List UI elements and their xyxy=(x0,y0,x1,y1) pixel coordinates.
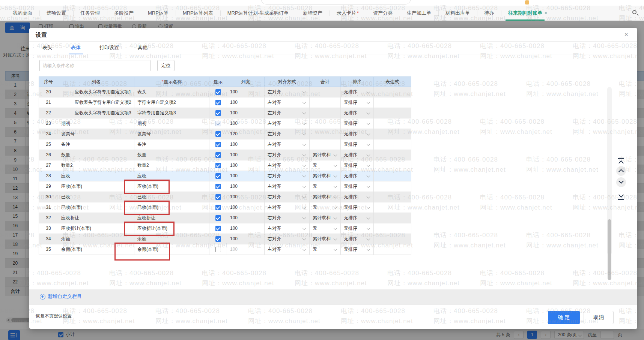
cell-width[interactable]: 100 xyxy=(227,139,265,150)
cell-expression[interactable] xyxy=(374,87,411,97)
cell-width[interactable]: 100 xyxy=(227,223,265,234)
cell-sort-select[interactable]: 无排序 xyxy=(341,118,374,129)
cell-expression[interactable] xyxy=(374,202,411,213)
cell-expression[interactable] xyxy=(374,181,411,192)
dialog-tab-3[interactable]: 其他 xyxy=(138,42,147,54)
nav-item-10[interactable]: 生产加工单 xyxy=(400,6,438,21)
tab-close-icon[interactable]: × xyxy=(545,10,547,16)
cell-display-name[interactable]: 期初 xyxy=(134,118,209,129)
cell-display-name[interactable]: 发票号 xyxy=(134,129,209,139)
visible-checkbox[interactable] xyxy=(215,236,221,242)
cell-total-select[interactable]: 无 xyxy=(310,244,341,255)
cell-width[interactable]: 100 xyxy=(227,244,265,255)
vscroll-thumb[interactable] xyxy=(608,219,611,280)
cell-expression[interactable] xyxy=(374,244,411,255)
cell-align-select[interactable]: 左对齐 xyxy=(265,108,310,118)
cell-width[interactable]: 100 xyxy=(227,160,265,171)
add-custom-column-link[interactable]: 新增自定义栏目 xyxy=(40,293,82,300)
cell-width[interactable]: 100 xyxy=(227,202,265,213)
nav-item-0[interactable]: 我的桌面 xyxy=(6,6,39,21)
nav-item-12[interactable]: 待办 xyxy=(477,6,501,21)
visible-checkbox[interactable] xyxy=(215,142,221,147)
cell-total-select[interactable]: 累计求和 xyxy=(310,192,341,202)
cell-total-select[interactable]: 无 xyxy=(310,202,341,213)
cell-total-select[interactable]: 累计求和 xyxy=(310,234,341,244)
cell-width[interactable]: 100 xyxy=(227,118,265,129)
nav-item-8[interactable]: 录入卡片* xyxy=(330,6,366,21)
cell-width[interactable]: 100 xyxy=(227,108,265,118)
cell-align-select[interactable]: 左对齐 xyxy=(265,139,310,150)
cell-sort-select[interactable]: 无排序 xyxy=(341,139,374,150)
cell-width[interactable]: 100 xyxy=(227,213,265,223)
cell-expression[interactable] xyxy=(374,192,411,202)
cell-sort-select[interactable]: 无排序 xyxy=(341,213,374,223)
cell-total-select[interactable]: 累计求和 xyxy=(310,150,341,160)
cell-expression[interactable] xyxy=(374,129,411,139)
cell-width[interactable]: 100 xyxy=(227,150,265,160)
cell-display-name[interactable]: 已收 xyxy=(134,192,209,202)
cell-align-select[interactable]: 左对齐 xyxy=(265,97,310,108)
cell-display-name[interactable]: 表头 xyxy=(134,87,209,97)
cell-expression[interactable] xyxy=(374,108,411,118)
cell-display-name[interactable]: 备注 xyxy=(134,139,209,150)
cell-width[interactable]: 120 xyxy=(227,129,265,139)
nav-item-3[interactable]: 多阶投产 xyxy=(107,6,141,21)
cell-display-name[interactable]: 应收折让 xyxy=(134,213,209,223)
visible-checkbox[interactable] xyxy=(215,205,221,210)
cell-expression[interactable] xyxy=(374,160,411,171)
dialog-tab-0[interactable]: 表头 xyxy=(42,42,52,54)
move-down-icon[interactable] xyxy=(616,177,627,188)
cell-expression[interactable] xyxy=(374,223,411,234)
ok-button[interactable]: 确 定 xyxy=(548,311,580,324)
cell-total-select[interactable] xyxy=(310,129,341,139)
cell-sort-select[interactable]: 无排序 xyxy=(341,234,374,244)
nav-item-1[interactable]: 选项设置 xyxy=(39,6,73,21)
cell-align-select[interactable]: 右对齐 xyxy=(265,244,310,255)
nav-item-11[interactable]: 材料出库单 xyxy=(438,6,477,21)
move-to-top-icon[interactable] xyxy=(616,157,627,167)
restore-defaults-link[interactable]: 恢复本页默认设置 xyxy=(36,313,72,319)
close-icon[interactable]: × xyxy=(624,31,628,38)
dialog-tab-2[interactable]: 打印设置 xyxy=(99,42,119,54)
cell-align-select[interactable]: 右对齐 xyxy=(265,202,310,213)
cell-expression[interactable] xyxy=(374,171,411,181)
visible-checkbox[interactable] xyxy=(215,226,221,231)
cell-width[interactable]: 100 xyxy=(227,97,265,108)
cell-display-name[interactable]: 已收(本币) xyxy=(134,202,209,213)
cell-expression[interactable] xyxy=(374,150,411,160)
cell-display-name[interactable]: 应收折让(本币) xyxy=(134,223,209,234)
nav-item-2[interactable]: 任务管理 xyxy=(73,6,107,21)
cell-align-select[interactable]: 右对齐 xyxy=(265,213,310,223)
cell-total-select[interactable] xyxy=(310,139,341,150)
cell-align-select[interactable]: 右对齐 xyxy=(265,192,310,202)
cell-sort-select[interactable]: 无排序 xyxy=(341,87,374,97)
cell-align-select[interactable]: 右对齐 xyxy=(265,171,310,181)
cell-total-select[interactable]: 无 xyxy=(310,181,341,192)
cell-align-select[interactable]: 左对齐 xyxy=(265,129,310,139)
cell-total-select[interactable]: 无 xyxy=(310,223,341,234)
visible-checkbox[interactable] xyxy=(215,89,221,95)
cell-sort-select[interactable]: 无排序 xyxy=(341,202,374,213)
cell-total-select[interactable]: 无 xyxy=(310,160,341,171)
cell-expression[interactable] xyxy=(374,234,411,244)
visible-checkbox[interactable] xyxy=(215,110,221,116)
cell-sort-select[interactable]: 无排序 xyxy=(341,97,374,108)
cell-expression[interactable] xyxy=(374,139,411,150)
cell-sort-select[interactable]: 无排序 xyxy=(341,223,374,234)
visible-checkbox[interactable] xyxy=(215,152,221,158)
cell-align-select[interactable]: 右对齐 xyxy=(265,181,310,192)
cell-width[interactable]: 100 xyxy=(227,234,265,244)
cell-align-select[interactable]: 右对齐 xyxy=(265,234,310,244)
nav-item-6[interactable]: MRP运算计划-生成采购订单 xyxy=(220,6,296,21)
cell-expression[interactable] xyxy=(374,97,411,108)
nav-item-7[interactable]: 新增资产 xyxy=(296,6,330,21)
cell-expression[interactable] xyxy=(374,213,411,223)
cell-width[interactable]: 100 xyxy=(227,171,265,181)
nav-item-5[interactable]: MRP运算列表 xyxy=(176,6,220,21)
cell-total-select[interactable] xyxy=(310,97,341,108)
cell-total-select[interactable] xyxy=(310,108,341,118)
cell-sort-select[interactable]: 无排序 xyxy=(341,150,374,160)
cell-sort-select[interactable]: 无排序 xyxy=(341,192,374,202)
visible-checkbox[interactable] xyxy=(215,100,221,105)
search-icon[interactable] xyxy=(632,10,639,16)
